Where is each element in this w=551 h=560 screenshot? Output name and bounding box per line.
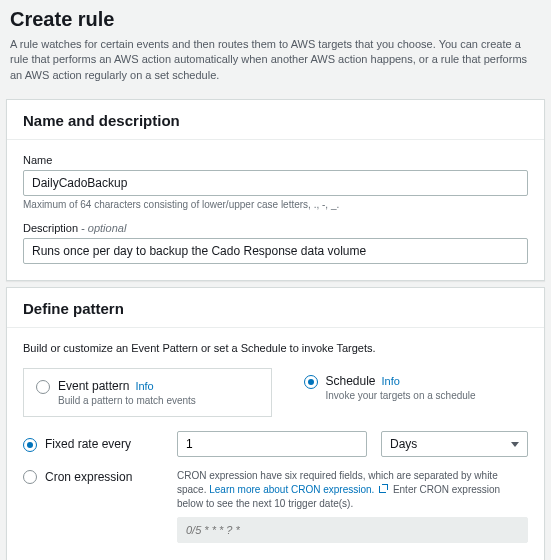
event-pattern-option[interactable]: Event pattern Info Build a pattern to ma…: [23, 368, 272, 417]
cron-expression-input: [177, 517, 528, 543]
schedule-sub: Invoke your targets on a schedule: [326, 390, 476, 401]
page-title: Create rule: [10, 8, 541, 31]
fixed-rate-value-input[interactable]: [177, 431, 367, 457]
fixed-rate-label: Fixed rate every: [45, 437, 131, 451]
cron-label: Cron expression: [45, 470, 132, 484]
event-pattern-radio[interactable]: [36, 380, 50, 394]
event-pattern-info-link[interactable]: Info: [135, 380, 153, 392]
page-description: A rule watches for certain events and th…: [10, 37, 541, 83]
event-pattern-label: Event pattern: [58, 379, 129, 393]
name-hint: Maximum of 64 characters consisting of l…: [23, 199, 528, 210]
description-optional: - optional: [78, 222, 126, 234]
cron-learn-more-link[interactable]: Learn more about CRON expression.: [209, 484, 374, 495]
description-label-text: Description: [23, 222, 78, 234]
name-desc-heading: Name and description: [23, 112, 528, 129]
external-link-icon: [379, 484, 388, 493]
pattern-intro: Build or customize an Event Pattern or s…: [23, 342, 528, 354]
description-input[interactable]: [23, 238, 528, 264]
define-pattern-heading: Define pattern: [23, 300, 528, 317]
schedule-option[interactable]: Schedule Info Invoke your targets on a s…: [302, 368, 529, 417]
fixed-rate-unit-value: Days: [390, 437, 417, 451]
schedule-info-link[interactable]: Info: [382, 375, 400, 387]
description-label: Description - optional: [23, 222, 528, 234]
event-pattern-sub: Build a pattern to match events: [58, 395, 196, 406]
cron-description: CRON expression have six required fields…: [177, 469, 528, 511]
name-label: Name: [23, 154, 528, 166]
fixed-rate-unit-select[interactable]: Days: [381, 431, 528, 457]
cron-radio[interactable]: [23, 470, 37, 484]
define-pattern-panel: Define pattern Build or customize an Eve…: [6, 287, 545, 560]
name-input[interactable]: [23, 170, 528, 196]
schedule-label: Schedule: [326, 374, 376, 388]
fixed-rate-radio[interactable]: [23, 438, 37, 452]
chevron-down-icon: [511, 442, 519, 447]
name-description-panel: Name and description Name Maximum of 64 …: [6, 99, 545, 281]
schedule-radio[interactable]: [304, 375, 318, 389]
